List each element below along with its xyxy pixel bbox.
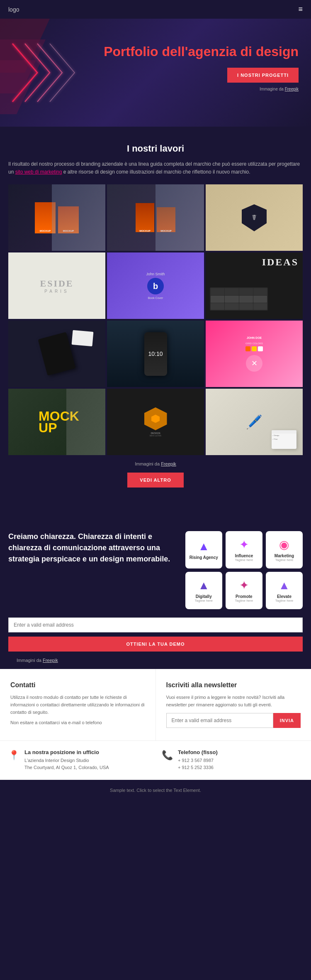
marketing-icon: ◉ <box>279 538 289 551</box>
newsletter-form: INVIA <box>166 713 301 728</box>
rising-name: Rising Agency <box>190 555 218 560</box>
work-cell-4[interactable]: ESIDE PARIS <box>8 252 105 319</box>
clarity-top: Creiamo chiarezza. Chiarezza di intenti … <box>8 531 303 609</box>
elevate-sub: Tagline here <box>275 599 294 603</box>
demo-button[interactable]: OTTIENI LA TUA DEMO <box>8 637 303 652</box>
location-bar: 📍 La nostra posizione in ufficio L'azien… <box>0 740 311 780</box>
work-cell-8[interactable]: 10:10 <box>107 321 204 387</box>
logo-card-influence[interactable]: ✦ Influence Tagline here <box>226 531 262 568</box>
contacts-section: Contatti Utilizza il nostro modulo di co… <box>0 669 311 740</box>
newsletter-send-button[interactable]: INVIA <box>273 713 301 728</box>
elevate-name: Elevate <box>277 594 292 599</box>
newsletter-panel: Iscriviti alla newsletter Vuoi essere il… <box>156 669 311 740</box>
logo: logo <box>8 6 19 13</box>
work-cell-1[interactable]: MOCKUP MOCKUP <box>8 184 105 251</box>
newsletter-email-input[interactable] <box>166 713 273 728</box>
clarity-freepik-credit: Immagini da Freepik <box>8 656 303 665</box>
newsletter-title: Iscriviti alla newsletter <box>166 681 301 689</box>
works-title: I nostri lavori <box>8 143 303 154</box>
promote-icon: ✦ <box>239 578 249 592</box>
elevate-icon: ▲ <box>279 579 290 592</box>
promote-name: Promote <box>236 594 253 599</box>
office-title: La nostra posizione in ufficio <box>24 749 109 755</box>
logo-card-digitally[interactable]: ▲ Digitally Tagline here <box>185 572 222 609</box>
contacts-desc: Utilizza il nostro modulo di contatto pe… <box>10 694 145 716</box>
shield-icon: ☤ <box>242 204 267 231</box>
phone-info: Telefono (fisso) + 912 3 567 8987 + 912 … <box>178 749 218 772</box>
site-footer: Sample text. Click to select the Text El… <box>0 780 311 800</box>
works-freepik-link[interactable]: Freepik <box>161 461 176 466</box>
hamburger-menu[interactable]: ≡ <box>298 5 303 14</box>
hero-freepik-link[interactable]: Freepik <box>285 87 299 91</box>
digitally-icon: ▲ <box>198 579 209 592</box>
contacts-title: Contatti <box>10 681 145 689</box>
work-cell-10[interactable]: MOCKUP <box>8 389 105 455</box>
work-cell-12[interactable]: 🖊️ ✓ Design ✓ Print <box>206 389 303 455</box>
work-cell-6[interactable]: IDEAS <box>206 252 303 319</box>
works-freepik-credit: Immagini da Freepik <box>8 461 303 466</box>
logo-card-elevate[interactable]: ▲ Elevate Tagline here <box>266 572 303 609</box>
demo-form: OTTIENI LA TUA DEMO <box>8 617 303 656</box>
phone-location: 📞 Telefono (fisso) + 912 3 567 8987 + 91… <box>162 749 303 772</box>
influence-name: Influence <box>235 554 253 558</box>
work-cell-7[interactable] <box>8 321 105 387</box>
work-cell-9[interactable]: JOHN DOE GRID COLORS ✕ <box>206 321 303 387</box>
works-section: I nostri lavori Il risultato del nostro … <box>0 127 311 514</box>
influence-sub: Tagline here <box>235 558 253 562</box>
hero-content: Portfolio dell'agenzia di design I NOSTR… <box>12 44 299 91</box>
hero-cta-button[interactable]: I NOSTRI PROGETTI <box>227 68 299 83</box>
phone2: + 912 5 252 3336 <box>178 764 218 772</box>
office-addr1: L'azienda Interior Design Studio <box>24 757 109 764</box>
digitally-sub: Tagline here <box>194 599 213 603</box>
clarity-section: Creiamo chiarezza. Chiarezza di intenti … <box>0 514 311 669</box>
office-info: La nostra posizione in ufficio L'azienda… <box>24 749 109 772</box>
see-more-button[interactable]: VEDI ALTRO <box>127 473 183 488</box>
work-cell-3[interactable]: ☤ <box>206 184 303 251</box>
clarity-freepik-link[interactable]: Freepik <box>43 658 58 663</box>
work-cell-5[interactable]: John Smith b Book Cover <box>107 252 204 319</box>
footer-text: Sample text. Click to select the Text El… <box>110 788 201 793</box>
hero-title: Portfolio dell'agenzia di design <box>12 44 299 59</box>
work-cell-11[interactable]: DESIGN MAX ULTRA <box>107 389 204 455</box>
influence-icon: ✦ <box>239 538 249 551</box>
logos-grid: ▲ Rising Agency ✦ Influence Tagline here… <box>185 531 303 609</box>
logo-card-rising[interactable]: ▲ Rising Agency <box>185 531 222 568</box>
contacts-sub: Non esitare a contattarci via e-mail o t… <box>10 719 145 727</box>
newsletter-desc: Vuoi essere il primo a leggere le nostre… <box>166 694 301 708</box>
promote-sub: Tagline here <box>235 599 253 603</box>
marketing-link[interactable]: sito web di marketing <box>15 169 62 175</box>
clarity-text: Creiamo chiarezza. Chiarezza di intenti … <box>8 531 177 565</box>
work-cell-2[interactable]: MOCKUP MOCKUP <box>107 184 204 251</box>
marketing-sub: Tagline here <box>275 558 294 562</box>
office-addr2: The Courtyard, Al Quoz 1, Colorado, USA <box>24 764 109 772</box>
site-header: logo ≡ <box>0 0 311 19</box>
phone-title: Telefono (fisso) <box>178 749 218 755</box>
phone-icon: 📞 <box>162 750 173 761</box>
hero-section: Portfolio dell'agenzia di design I NOSTR… <box>0 19 311 127</box>
location-pin-icon: 📍 <box>8 750 19 761</box>
rising-icon: ▲ <box>198 540 209 553</box>
marketing-name: Marketing <box>275 554 294 558</box>
phone1: + 912 3 567 8987 <box>178 757 218 764</box>
hero-credit: Immagine da Freepik <box>12 87 299 91</box>
works-grid: MOCKUP MOCKUP MOCKUP MOCKUP ☤ <box>8 184 303 455</box>
demo-email-input[interactable] <box>8 617 303 632</box>
contacts-left: Contatti Utilizza il nostro modulo di co… <box>0 669 156 740</box>
office-location: 📍 La nostra posizione in ufficio L'azien… <box>8 749 149 772</box>
logo-card-promote[interactable]: ✦ Promote Tagline here <box>226 572 262 609</box>
logo-card-marketing[interactable]: ◉ Marketing Tagline here <box>266 531 303 568</box>
works-desc: Il risultato del nostro processo di bran… <box>8 160 303 176</box>
digitally-name: Digitally <box>196 594 212 599</box>
